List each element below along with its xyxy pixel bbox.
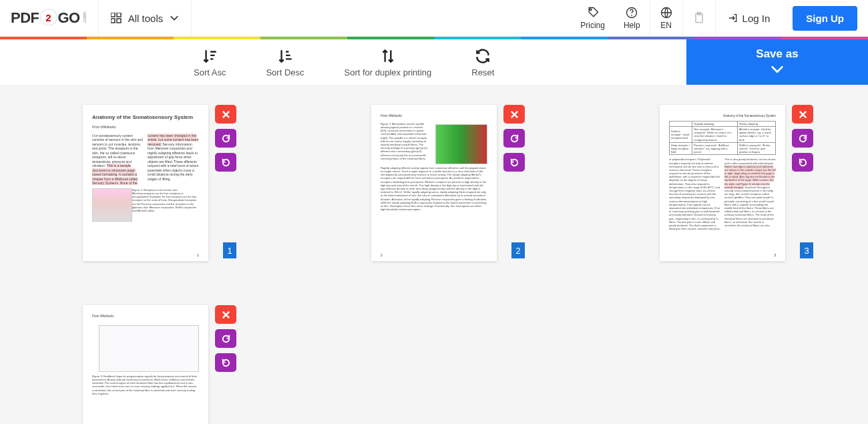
help-label: Help xyxy=(624,21,640,30)
page-slot: Anatomy of the Somatosensory System Rapi… xyxy=(577,105,865,305)
page-slot: From Wikibooks Figure 3: Feedback loops … xyxy=(0,305,288,424)
close-icon xyxy=(798,110,808,120)
grid-icon xyxy=(111,13,122,23)
page-slot: Anatomy of the Somatosensory System From… xyxy=(0,105,288,305)
page-controls xyxy=(215,105,236,172)
logo-go: GO xyxy=(58,9,80,27)
save-as-label: Save as xyxy=(756,47,798,61)
delete-page-button[interactable] xyxy=(792,105,813,124)
page-controls xyxy=(792,105,813,172)
rotate-cw-icon xyxy=(509,134,519,144)
all-tools-menu[interactable]: All tools xyxy=(99,0,192,37)
page-thumbnail[interactable]: From Wikibooks Figure 3: Feedback loops … xyxy=(83,305,208,424)
svg-rect-0 xyxy=(111,13,115,17)
sort-asc-icon xyxy=(201,47,218,65)
toolbar-spacer xyxy=(501,39,686,85)
save-as-button[interactable]: Save as xyxy=(686,39,868,85)
logo-pdf: PDF xyxy=(11,9,39,27)
page-thumbnail[interactable]: Anatomy of the Somatosensory System Rapi… xyxy=(660,105,785,261)
divider xyxy=(191,0,192,37)
logo-2: 2 xyxy=(40,9,57,26)
close-icon xyxy=(221,110,231,120)
close-icon xyxy=(221,310,231,320)
chevron-down-icon xyxy=(770,62,785,77)
login-icon xyxy=(728,13,738,23)
help-link[interactable]: Help xyxy=(614,0,650,37)
sort-asc-label: Sort Asc xyxy=(194,67,226,77)
svg-rect-3 xyxy=(117,19,121,23)
sort-asc-button[interactable]: Sort Asc xyxy=(187,43,232,81)
page-doc-title: Anatomy of the Somatosensory System xyxy=(92,114,199,121)
page-controls xyxy=(215,305,236,372)
rotate-ccw-icon xyxy=(221,158,231,168)
sort-desc-button[interactable]: Sort Desc xyxy=(259,43,310,81)
page-thumbnail[interactable]: From Wikibooks Figure 2: Mammalian muscl… xyxy=(371,105,497,261)
close-icon xyxy=(509,110,519,120)
rotate-ccw-button[interactable] xyxy=(792,153,813,172)
delete-page-button[interactable] xyxy=(215,305,236,324)
language-label: EN xyxy=(660,21,672,30)
svg-rect-2 xyxy=(111,19,115,23)
login-button[interactable]: Log In xyxy=(716,0,783,37)
sort-desc-icon xyxy=(276,47,294,65)
svg-point-5 xyxy=(631,15,632,16)
tag-icon xyxy=(586,6,600,19)
rotate-cw-icon xyxy=(798,134,808,144)
delete-page-button[interactable] xyxy=(215,105,236,124)
page-controls xyxy=(503,105,525,172)
all-tools-label: All tools xyxy=(128,13,164,24)
globe-icon xyxy=(660,6,673,19)
delete-page-button[interactable] xyxy=(503,105,525,124)
rotate-ccw-icon xyxy=(221,358,231,368)
rotate-ccw-button[interactable] xyxy=(215,353,236,372)
tool-group: Sort Asc Sort Desc Sort for duplex print… xyxy=(0,39,501,85)
rotate-ccw-icon xyxy=(509,158,519,168)
page-doc-author: From Wikibooks xyxy=(92,125,199,130)
logo[interactable]: PDF 2 GO .com xyxy=(0,9,98,27)
rotate-cw-button[interactable] xyxy=(215,129,236,148)
clipboard-button[interactable] xyxy=(683,0,715,37)
page-number-badge: 3 xyxy=(800,242,813,258)
page-number-badge: 1 xyxy=(223,242,236,258)
sort-duplex-label: Sort for duplex printing xyxy=(345,67,432,77)
rotate-ccw-icon xyxy=(798,158,808,168)
sort-duplex-button[interactable]: Sort for duplex printing xyxy=(338,43,439,81)
svg-rect-1 xyxy=(117,13,121,17)
rotate-cw-button[interactable] xyxy=(503,129,525,148)
rotate-cw-icon xyxy=(221,134,231,144)
pricing-link[interactable]: Pricing xyxy=(571,0,614,37)
logo-com: .com xyxy=(81,12,87,23)
page-thumbnail[interactable]: Anatomy of the Somatosensory System From… xyxy=(83,105,208,261)
reset-label: Reset xyxy=(471,67,494,77)
language-selector[interactable]: EN xyxy=(650,0,682,37)
sort-duplex-icon xyxy=(379,47,397,65)
chevron-down-icon xyxy=(170,13,179,23)
rotate-cw-button[interactable] xyxy=(215,329,236,348)
login-label: Log In xyxy=(742,13,771,24)
signup-button[interactable]: Sign Up xyxy=(793,6,857,31)
clipboard-icon xyxy=(692,11,706,25)
help-icon xyxy=(625,6,638,19)
page-workspace: Anatomy of the Somatosensory System From… xyxy=(0,85,868,424)
sort-desc-label: Sort Desc xyxy=(266,67,304,77)
page-number-badge: 2 xyxy=(511,242,525,258)
toolbar: Sort Asc Sort Desc Sort for duplex print… xyxy=(0,39,868,85)
header: PDF 2 GO .com All tools Pricing Help EN … xyxy=(0,0,868,37)
rotate-cw-button[interactable] xyxy=(792,129,813,148)
reset-icon xyxy=(474,47,491,65)
page-slot: From Wikibooks Figure 2: Mammalian muscl… xyxy=(288,105,577,305)
rotate-ccw-button[interactable] xyxy=(503,153,525,172)
rotate-cw-icon xyxy=(221,334,231,344)
pricing-label: Pricing xyxy=(580,21,605,30)
reset-button[interactable]: Reset xyxy=(465,43,501,81)
rotate-ccw-button[interactable] xyxy=(215,153,236,172)
